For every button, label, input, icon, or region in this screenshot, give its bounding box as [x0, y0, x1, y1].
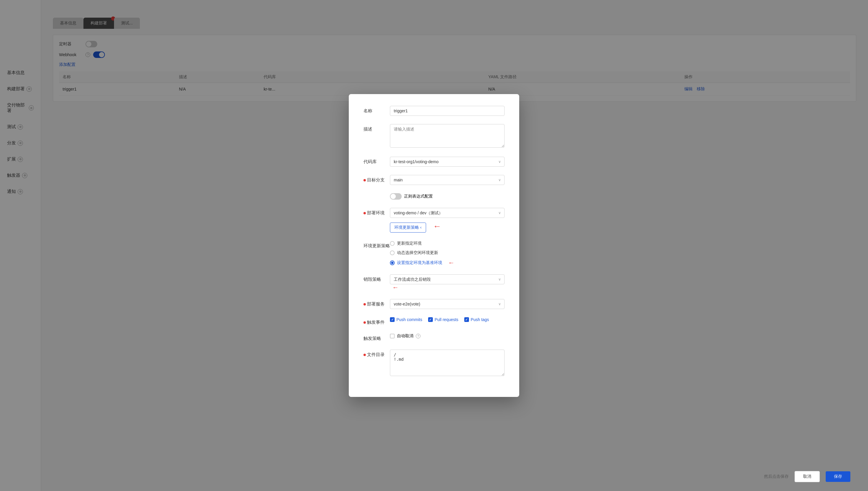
cancel-button[interactable]: 取消 [795, 471, 820, 482]
deploy-env-control: voting-demo / dev（测试） 环境更新策略 ‹ ← [390, 208, 504, 233]
regex-label: 正则表达式配置 [404, 194, 433, 199]
repo-row: 代码库 kr-test-org1/voting-demo [364, 157, 504, 167]
radio-label-dynamic: 动态选择空闲环境更新 [397, 250, 438, 256]
deploy-env-select-wrapper: voting-demo / dev（测试） [390, 208, 504, 218]
radio-label-update: 更新指定环境 [397, 241, 422, 246]
radio-circle-baseline [390, 260, 395, 265]
save-button[interactable]: 保存 [826, 471, 850, 482]
checkbox-push-tags-label: Push tags [471, 317, 489, 322]
deploy-service-required [364, 303, 366, 306]
destroy-arrow: ← [392, 284, 399, 291]
trigger-strategy-control: 自动取消 ? [390, 334, 504, 339]
destroy-control: 工作流成功之后销毁 ← [390, 274, 504, 291]
deploy-env-row: 部署环境 voting-demo / dev（测试） 环境更新策略 ‹ ← [364, 208, 504, 233]
desc-control [390, 124, 504, 148]
repo-select[interactable]: kr-test-org1/voting-demo [390, 157, 504, 167]
deploy-env-select[interactable]: voting-demo / dev（测试） [390, 208, 504, 218]
checkbox-push-tags[interactable]: Push tags [464, 317, 489, 322]
name-control [390, 106, 504, 116]
deploy-service-row: 部署服务 vote-e2e(vote) [364, 299, 504, 309]
branch-select-wrapper: main [390, 175, 504, 185]
trigger-event-control: Push commits Pull requests Push tags [390, 317, 504, 322]
modal-overlay: 名称 描述 代码库 kr-test-org1/voting-demo [0, 0, 868, 491]
file-dir-row: 文件目录 / !.md [364, 350, 504, 377]
trigger-event-required [364, 321, 366, 324]
radio-item-update[interactable]: 更新指定环境 [390, 241, 504, 246]
checkbox-pull-requests-box [428, 317, 433, 322]
branch-control: main [390, 175, 504, 185]
trigger-strategy-row: 触发策略 自动取消 ? [364, 334, 504, 341]
name-label: 名称 [364, 106, 390, 114]
branch-row: 目标分支 main [364, 175, 504, 185]
modal-dialog: 名称 描述 代码库 kr-test-org1/voting-demo [349, 94, 519, 397]
file-dir-label: 文件目录 [364, 350, 390, 357]
checkbox-push-commits-box [390, 317, 395, 322]
regex-toggle[interactable] [390, 193, 402, 200]
radio-circle-dynamic [390, 251, 395, 255]
destroy-row: 销毁策略 工作流成功之后销毁 ← [364, 274, 504, 291]
auto-cancel-help-icon[interactable]: ? [416, 334, 421, 339]
branch-required [364, 179, 366, 181]
env-strategy-row: 环境更新策略 更新指定环境 动态选择空闲环境更新 设置指定环境为基准环境 ← [364, 241, 504, 266]
name-input[interactable] [390, 106, 504, 116]
deploy-service-control: vote-e2e(vote) [390, 299, 504, 309]
checkbox-group: Push commits Pull requests Push tags [390, 317, 504, 322]
radio-group: 更新指定环境 动态选择空闲环境更新 设置指定环境为基准环境 ← [390, 241, 504, 266]
radio-circle-update [390, 241, 395, 246]
checkbox-push-commits-label: Push commits [396, 317, 422, 322]
repo-control: kr-test-org1/voting-demo [390, 157, 504, 167]
deploy-service-select-wrapper: vote-e2e(vote) [390, 299, 504, 309]
trigger-strategy-label: 触发策略 [364, 334, 390, 341]
repo-label: 代码库 [364, 157, 390, 165]
deploy-env-label: 部署环境 [364, 208, 390, 216]
checkbox-push-tags-box [464, 317, 469, 322]
radio-label-baseline: 设置指定环境为基准环境 [397, 260, 442, 265]
checkbox-push-commits[interactable]: Push commits [390, 317, 422, 322]
checkbox-pull-requests-label: Pull requests [435, 317, 458, 322]
trigger-event-label: 触发事件 [364, 317, 390, 325]
desc-row: 描述 [364, 124, 504, 148]
bottom-hint: 然后点击保存 [764, 474, 789, 479]
repo-select-wrapper: kr-test-org1/voting-demo [390, 157, 504, 167]
auto-cancel-row: 自动取消 ? [390, 334, 504, 339]
env-strategy-label: 环境更新策略 [364, 241, 390, 249]
auto-cancel-checkbox[interactable] [390, 334, 395, 339]
deploy-service-select[interactable]: vote-e2e(vote) [390, 299, 504, 309]
destroy-label: 销毁策略 [364, 274, 390, 282]
trigger-event-row: 触发事件 Push commits Pull requests Push tag… [364, 317, 504, 325]
name-row: 名称 [364, 106, 504, 116]
env-update-arrow: ← [433, 222, 441, 231]
deploy-env-required [364, 212, 366, 214]
desc-textarea[interactable] [390, 124, 504, 148]
auto-cancel-label: 自动取消 [397, 334, 413, 339]
file-dir-required [364, 354, 366, 356]
destroy-select[interactable]: 工作流成功之后销毁 [390, 274, 504, 284]
file-dir-control: / !.md [390, 350, 504, 377]
checkbox-pull-requests[interactable]: Pull requests [428, 317, 458, 322]
desc-label: 描述 [364, 124, 390, 132]
env-update-strategy-btn[interactable]: 环境更新策略 ‹ [390, 223, 426, 233]
env-strategy-control: 更新指定环境 动态选择空闲环境更新 设置指定环境为基准环境 ← [390, 241, 504, 266]
branch-select[interactable]: main [390, 175, 504, 185]
radio-item-baseline[interactable]: 设置指定环境为基准环境 ← [390, 260, 504, 266]
destroy-select-wrapper: 工作流成功之后销毁 [390, 274, 504, 284]
deploy-service-label: 部署服务 [364, 299, 390, 307]
env-update-strategy-btn-label: 环境更新策略 ‹ [394, 225, 422, 230]
radio-item-dynamic[interactable]: 动态选择空闲环境更新 [390, 250, 504, 256]
branch-label: 目标分支 [364, 175, 390, 183]
bottom-action-bar: 然后点击保存 取消 保存 [764, 471, 850, 482]
baseline-arrow: ← [448, 260, 455, 266]
file-dir-textarea[interactable]: / !.md [390, 350, 504, 376]
regex-row: 正则表达式配置 [390, 193, 504, 200]
